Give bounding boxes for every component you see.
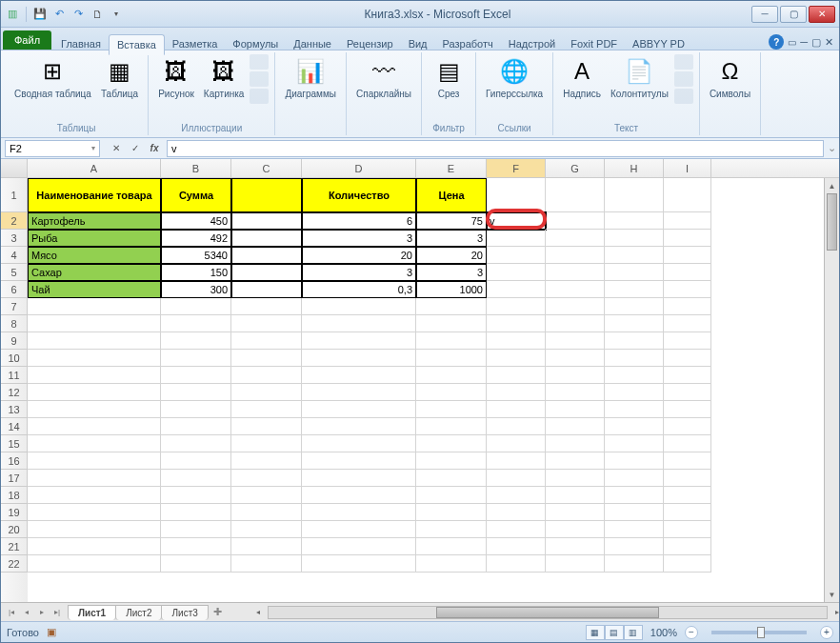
- cell-f[interactable]: [487, 281, 546, 298]
- cell[interactable]: [487, 435, 546, 452]
- cell[interactable]: [161, 315, 231, 332]
- zoom-slider-thumb[interactable]: [757, 627, 765, 638]
- cell[interactable]: [161, 521, 231, 538]
- cell[interactable]: [302, 487, 416, 504]
- cell[interactable]: [605, 504, 664, 521]
- print-preview-icon[interactable]: 🗋: [90, 7, 105, 22]
- cell[interactable]: [487, 350, 546, 367]
- cell[interactable]: [161, 401, 231, 418]
- cell[interactable]: [28, 504, 161, 521]
- ribbon-button[interactable]: 〰Спарклайны: [352, 54, 415, 101]
- sheet-nav-prev-icon[interactable]: ◂: [20, 606, 33, 619]
- cell[interactable]: [546, 315, 605, 332]
- cell[interactable]: [605, 452, 664, 470]
- cell[interactable]: [161, 555, 231, 573]
- doc-restore-icon[interactable]: ▢: [811, 36, 821, 49]
- cell[interactable]: [416, 538, 487, 555]
- column-header-H[interactable]: H: [605, 159, 664, 177]
- accept-formula-icon[interactable]: ✓: [127, 140, 144, 157]
- cell[interactable]: [231, 418, 302, 435]
- cell[interactable]: [546, 435, 605, 452]
- ribbon-button[interactable]: ▦Таблица: [97, 54, 142, 101]
- cell-f[interactable]: v: [487, 212, 546, 230]
- cell[interactable]: [546, 264, 605, 281]
- column-header-C[interactable]: C: [231, 159, 302, 177]
- column-header-I[interactable]: I: [664, 159, 711, 177]
- cell[interactable]: [161, 298, 231, 315]
- cell[interactable]: [487, 504, 546, 521]
- cell[interactable]: [664, 367, 711, 384]
- cell[interactable]: [302, 384, 416, 401]
- cell[interactable]: [546, 281, 605, 298]
- cell[interactable]: [231, 401, 302, 418]
- cell[interactable]: [605, 332, 664, 350]
- cell-sum[interactable]: 300: [161, 281, 231, 298]
- cell[interactable]: [605, 298, 664, 315]
- help-icon[interactable]: ?: [769, 34, 784, 50]
- cell[interactable]: [416, 332, 487, 350]
- row-header-20[interactable]: 20: [1, 521, 28, 538]
- zoom-slider[interactable]: [711, 631, 807, 634]
- ribbon-button[interactable]: 📄Колонтитулы: [607, 54, 672, 101]
- column-header-E[interactable]: E: [416, 159, 487, 177]
- cell[interactable]: [487, 418, 546, 435]
- cell[interactable]: [231, 487, 302, 504]
- page-break-view-button[interactable]: ▥: [624, 625, 643, 640]
- cell[interactable]: [161, 435, 231, 452]
- save-icon[interactable]: 💾: [32, 7, 48, 22]
- doc-minimize-icon[interactable]: ─: [800, 36, 808, 48]
- cell[interactable]: [664, 350, 711, 367]
- cell-qty[interactable]: 0,3: [302, 281, 416, 298]
- cell[interactable]: [416, 315, 487, 332]
- cell-sum[interactable]: 150: [161, 264, 231, 281]
- cell[interactable]: [231, 384, 302, 401]
- cell[interactable]: [605, 281, 664, 298]
- cell[interactable]: [605, 264, 664, 281]
- row-header-11[interactable]: 11: [1, 367, 28, 384]
- row-header-15[interactable]: 15: [1, 435, 28, 452]
- cell[interactable]: [605, 178, 664, 212]
- cell-price[interactable]: 1000: [416, 281, 487, 298]
- cell-name[interactable]: Сахар: [28, 264, 161, 281]
- row-header-9[interactable]: 9: [1, 332, 28, 350]
- cell[interactable]: [231, 298, 302, 315]
- cell[interactable]: [487, 470, 546, 487]
- cell[interactable]: [546, 521, 605, 538]
- cell[interactable]: [664, 230, 711, 247]
- cell[interactable]: [487, 367, 546, 384]
- row-header-17[interactable]: 17: [1, 470, 28, 487]
- cell[interactable]: [664, 418, 711, 435]
- column-header-F[interactable]: F: [487, 159, 546, 177]
- cell[interactable]: [28, 350, 161, 367]
- ribbon-button[interactable]: ΩСимволы: [706, 54, 754, 101]
- column-header-G[interactable]: G: [546, 159, 605, 177]
- doc-close-icon[interactable]: ✕: [825, 36, 833, 49]
- cell[interactable]: [28, 315, 161, 332]
- cell[interactable]: [161, 504, 231, 521]
- cell-name[interactable]: Рыба: [28, 230, 161, 247]
- minimize-button[interactable]: ─: [751, 6, 778, 23]
- cell[interactable]: [664, 538, 711, 555]
- cell[interactable]: [302, 367, 416, 384]
- cell[interactable]: [546, 487, 605, 504]
- cell[interactable]: [664, 298, 711, 315]
- cell[interactable]: [302, 452, 416, 470]
- name-box-dropdown-icon[interactable]: ▾: [91, 144, 95, 152]
- cell[interactable]: [161, 418, 231, 435]
- column-header-B[interactable]: B: [161, 159, 231, 177]
- cell[interactable]: [664, 504, 711, 521]
- row-header-6[interactable]: 6: [1, 281, 28, 298]
- cell[interactable]: [231, 332, 302, 350]
- cell[interactable]: [605, 247, 664, 264]
- row-header-8[interactable]: 8: [1, 315, 28, 332]
- cell[interactable]: [487, 452, 546, 470]
- cell[interactable]: [161, 538, 231, 555]
- cell[interactable]: [231, 521, 302, 538]
- ribbon-minimize-icon[interactable]: ▭: [788, 37, 796, 48]
- row-header-2[interactable]: 2: [1, 212, 28, 230]
- cell[interactable]: [546, 384, 605, 401]
- cell[interactable]: [605, 521, 664, 538]
- qat-dropdown-icon[interactable]: ▾: [109, 7, 124, 22]
- ribbon-mini-button[interactable]: [250, 89, 269, 104]
- cell[interactable]: [161, 350, 231, 367]
